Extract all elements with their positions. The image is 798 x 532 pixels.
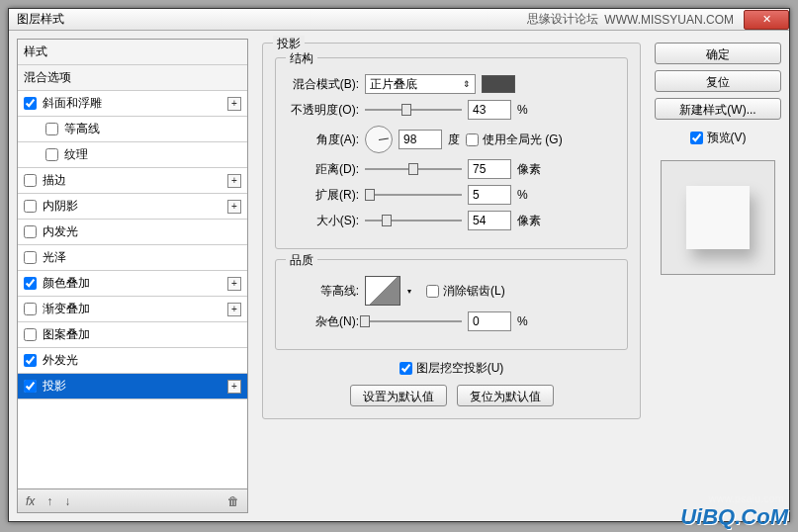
chevron-down-icon: ▾	[407, 287, 411, 296]
contour-label: 等高线:	[288, 283, 359, 300]
size-input[interactable]	[468, 211, 511, 230]
style-dropshadow[interactable]: 投影+	[18, 374, 247, 399]
style-innerglow[interactable]: 内发光	[18, 220, 247, 245]
style-innerglow-check[interactable]	[24, 225, 37, 238]
settings-panel: 投影 结构 混合模式(B): 正片叠底⇕ 不透明度(O): %	[258, 39, 645, 513]
shadow-group: 投影 结构 混合模式(B): 正片叠底⇕ 不透明度(O): %	[262, 43, 641, 419]
style-stroke[interactable]: 描边+	[18, 168, 247, 194]
trash-icon[interactable]: 🗑	[227, 494, 239, 508]
style-patternoverlay[interactable]: 图案叠加	[18, 322, 247, 348]
preview-box	[661, 160, 775, 275]
ok-button[interactable]: 确定	[655, 43, 781, 64]
style-satin[interactable]: 光泽	[18, 245, 247, 271]
shadow-color-swatch[interactable]	[482, 75, 515, 93]
structure-title: 结构	[286, 50, 317, 67]
opacity-slider[interactable]	[365, 102, 462, 118]
style-innershadow-check[interactable]	[24, 200, 37, 213]
spread-label: 扩展(R):	[288, 187, 359, 204]
titlebar-right: 思缘设计论坛 WWW.MISSYUAN.COM ✕	[527, 10, 789, 30]
spread-input[interactable]	[468, 185, 511, 205]
style-coloroverlay[interactable]: 颜色叠加+	[18, 271, 247, 297]
arrow-down-icon[interactable]: ↓	[64, 494, 70, 508]
noise-slider[interactable]	[365, 313, 462, 329]
window-title: 图层样式	[17, 11, 527, 28]
structure-group: 结构 混合模式(B): 正片叠底⇕ 不透明度(O): % 角度(A):	[275, 57, 628, 249]
preview-check[interactable]: 预览(V)	[655, 130, 781, 146]
style-contour[interactable]: 等高线	[18, 117, 247, 142]
blend-mode-select[interactable]: 正片叠底⇕	[365, 74, 476, 94]
plus-icon[interactable]: +	[227, 303, 241, 316]
style-satin-check[interactable]	[24, 251, 37, 264]
style-contour-check[interactable]	[45, 123, 58, 135]
style-outerglow-check[interactable]	[24, 354, 37, 367]
cancel-button[interactable]: 复位	[655, 70, 781, 92]
knockout-check[interactable]: 图层挖空投影(U)	[399, 360, 504, 377]
plus-icon[interactable]: +	[227, 277, 241, 291]
chevron-icon: ⇕	[463, 79, 471, 89]
new-style-button[interactable]: 新建样式(W)...	[655, 98, 781, 120]
plus-icon[interactable]: +	[227, 97, 241, 111]
arrow-up-icon[interactable]: ↑	[46, 494, 52, 508]
style-bevel[interactable]: 斜面和浮雕+	[18, 91, 247, 117]
style-bevel-check[interactable]	[24, 97, 37, 110]
style-texture[interactable]: 纹理	[18, 142, 247, 168]
distance-input[interactable]	[468, 159, 511, 179]
watermark-url: www.psaiu.com	[709, 492, 784, 504]
angle-label: 角度(A):	[288, 132, 359, 148]
plus-icon[interactable]: +	[227, 174, 241, 188]
style-outerglow[interactable]: 外发光	[18, 348, 247, 374]
titlebar[interactable]: 图层样式 思缘设计论坛 WWW.MISSYUAN.COM ✕	[9, 9, 789, 31]
noise-label: 杂色(N):	[288, 313, 359, 330]
quality-group: 品质 等高线: ▾ 消除锯齿(L) 杂色(N): %	[275, 259, 628, 350]
reset-default-button[interactable]: 复位为默认值	[457, 385, 554, 406]
forum-url: WWW.MISSYUAN.COM	[604, 13, 734, 27]
styles-panel: 样式 混合选项 斜面和浮雕+ 等高线 纹理 描边+ 内阴影+ 内发光 光泽 颜色…	[17, 39, 248, 513]
style-texture-check[interactable]	[45, 148, 58, 161]
angle-input[interactable]	[399, 130, 442, 149]
contour-picker[interactable]: ▾	[365, 276, 400, 306]
close-button[interactable]: ✕	[744, 10, 789, 30]
opacity-label: 不透明度(O):	[288, 102, 359, 119]
style-innershadow[interactable]: 内阴影+	[18, 194, 247, 220]
style-stroke-check[interactable]	[24, 174, 37, 187]
layer-style-dialog: 图层样式 思缘设计论坛 WWW.MISSYUAN.COM ✕ 样式 混合选项 斜…	[8, 8, 790, 522]
style-coloroverlay-check[interactable]	[24, 277, 37, 290]
antialias-check[interactable]: 消除锯齿(L)	[426, 283, 505, 300]
styles-header[interactable]: 样式	[18, 40, 247, 65]
style-gradientoverlay-check[interactable]	[24, 303, 37, 315]
noise-input[interactable]	[468, 311, 511, 331]
plus-icon[interactable]: +	[227, 200, 241, 214]
set-default-button[interactable]: 设置为默认值	[350, 385, 447, 406]
preview-swatch	[686, 186, 750, 249]
angle-dial[interactable]	[365, 126, 393, 153]
styles-footer: fx ↑ ↓ 🗑	[17, 489, 248, 513]
size-slider[interactable]	[365, 213, 462, 228]
opacity-input[interactable]	[468, 100, 511, 120]
style-dropshadow-check[interactable]	[24, 380, 37, 393]
plus-icon[interactable]: +	[227, 380, 241, 394]
styles-list: 样式 混合选项 斜面和浮雕+ 等高线 纹理 描边+ 内阴影+ 内发光 光泽 颜色…	[17, 39, 248, 489]
blend-options-header[interactable]: 混合选项	[18, 65, 247, 91]
size-label: 大小(S):	[288, 213, 359, 229]
quality-title: 品质	[286, 252, 317, 269]
distance-label: 距离(D):	[288, 161, 359, 178]
style-patternoverlay-check[interactable]	[24, 328, 37, 341]
global-light-check[interactable]: 使用全局光 (G)	[466, 132, 563, 148]
fx-label[interactable]: fx	[26, 494, 35, 508]
dialog-content: 样式 混合选项 斜面和浮雕+ 等高线 纹理 描边+ 内阴影+ 内发光 光泽 颜色…	[9, 31, 789, 521]
action-panel: 确定 复位 新建样式(W)... 预览(V)	[655, 39, 781, 513]
blend-label: 混合模式(B):	[288, 76, 359, 93]
spread-slider[interactable]	[365, 187, 462, 203]
forum-name: 思缘设计论坛	[527, 11, 598, 28]
distance-slider[interactable]	[365, 161, 462, 177]
style-gradientoverlay[interactable]: 渐变叠加+	[18, 297, 247, 322]
